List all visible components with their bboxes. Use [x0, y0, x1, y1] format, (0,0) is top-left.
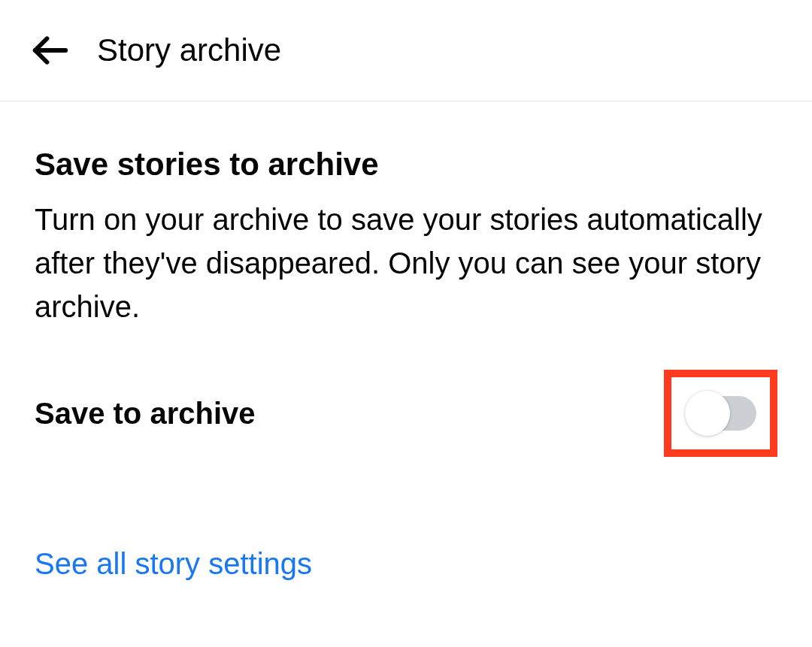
- back-button[interactable]: [30, 30, 71, 71]
- page-title: Story archive: [97, 32, 281, 68]
- toggle-label: Save to archive: [35, 397, 256, 431]
- section-description: Turn on your archive to save your storie…: [35, 198, 777, 328]
- content: Save stories to archive Turn on your arc…: [0, 101, 812, 581]
- header: Story archive: [0, 0, 812, 101]
- arrow-left-icon: [30, 30, 71, 71]
- toggle-thumb: [685, 391, 730, 436]
- toggle-highlight: [664, 370, 777, 457]
- save-to-archive-toggle[interactable]: [685, 396, 756, 431]
- toggle-row: Save to archive: [35, 370, 777, 457]
- see-all-story-settings-link[interactable]: See all story settings: [35, 547, 777, 581]
- section-heading: Save stories to archive: [35, 147, 777, 183]
